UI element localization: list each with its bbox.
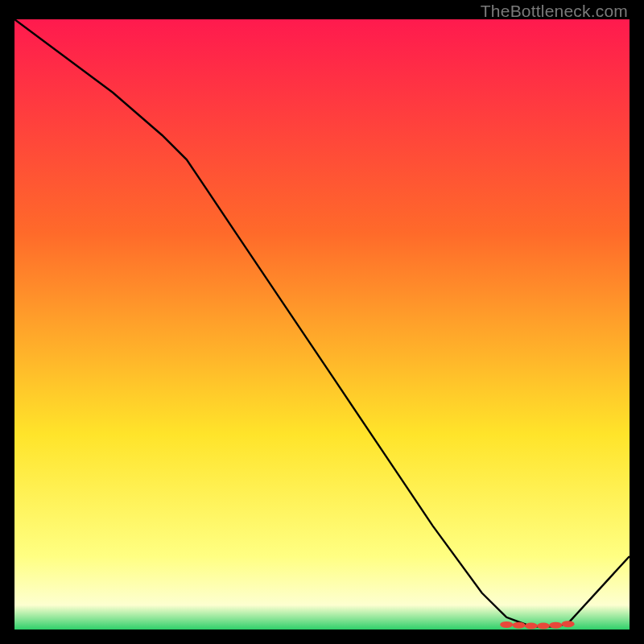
marker-dot bbox=[562, 621, 575, 627]
watermark-text: TheBottleneck.com bbox=[481, 2, 628, 21]
gradient-backdrop bbox=[14, 19, 630, 630]
marker-dot bbox=[500, 621, 513, 628]
marker-dot bbox=[537, 623, 550, 630]
chart-svg bbox=[14, 19, 630, 630]
marker-dot bbox=[513, 622, 526, 629]
chart-frame bbox=[14, 19, 630, 630]
marker-dot bbox=[525, 623, 538, 630]
marker-dot bbox=[549, 622, 562, 629]
